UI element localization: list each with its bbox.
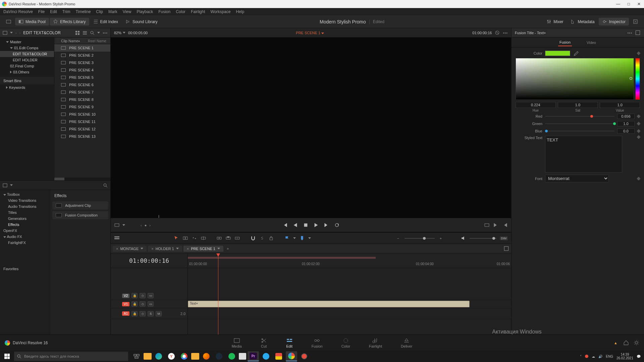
fullscreen-viewer-button[interactable] [3,18,14,25]
go-first-button[interactable] [282,222,288,228]
menu-item[interactable]: Mark [108,9,117,14]
clip-row[interactable]: PRE SCENE 2 [54,52,110,59]
track-v2[interactable] [188,292,511,300]
viewer-mode-button[interactable] [114,222,120,228]
video-transitions[interactable]: Video Transitions [0,197,50,203]
taskbar-app-explorer[interactable] [144,353,152,360]
play-button[interactable] [313,222,319,228]
menu-item[interactable]: Edit [50,9,57,14]
tab-fusion[interactable]: Fusion [558,39,572,46]
tray-onedrive-icon[interactable]: ☁ [592,355,595,358]
keyframe-diamond[interactable] [637,114,640,118]
marker-icon[interactable]: ● [145,223,147,227]
clip-row[interactable]: PRE SCENE 10 [54,111,110,118]
viewer-scrubber[interactable] [111,215,511,218]
hue-input[interactable] [516,102,556,108]
bin-edit-comps[interactable]: 01.Edit Comps [0,45,54,51]
color-swatch[interactable] [545,51,570,56]
red-value[interactable]: 0.656 [617,114,635,119]
bypass-icon[interactable] [494,30,500,36]
metadata-toggle[interactable]: Metadata [568,18,598,25]
effect-fusion-composition[interactable]: Fusion Composition [52,211,108,219]
clip-row[interactable]: PRE SCENE 4 [54,66,110,74]
mute-icon[interactable] [461,235,466,241]
arrow-tool[interactable] [173,235,179,241]
panel-dropdown-icon[interactable] [10,184,13,186]
timeline-tab-holder[interactable]: ×HOLDER 1 [148,246,182,252]
go-start-button[interactable] [502,222,508,228]
taskbar-app-resolve[interactable] [286,351,297,361]
match-frame-button[interactable] [484,222,490,228]
search-icon[interactable] [103,183,108,188]
favorites-node[interactable]: Favorites [0,266,50,272]
timeline-clip-text[interactable]: Text+ [188,301,470,307]
bin-others[interactable]: 03.Others [0,69,54,75]
page-deliver[interactable]: Deliver [398,337,415,349]
go-last-button[interactable] [324,222,329,228]
tray-clock[interactable]: 14:39 26.02.2021 [616,353,633,360]
audiofx-node[interactable]: Audio FX [0,234,50,240]
taskbar-app-telegram[interactable] [260,351,272,361]
clip-row[interactable]: PRE SCENE 3 [54,59,110,66]
menu-item[interactable]: Clip [96,9,103,14]
menu-item[interactable]: Playback [137,9,153,14]
timeline-timecode[interactable]: 01:00:00:16 [111,253,187,268]
taskbar-app-premiere[interactable]: Pr [248,351,259,361]
link-toggle[interactable] [259,235,265,241]
clip-row[interactable]: PRE SCENE 1 [54,44,110,52]
taskbar-app-record[interactable] [299,351,310,361]
track-enable[interactable]: ▭ [148,301,154,307]
track-label-v1[interactable]: V1 [122,302,129,306]
timeline-canvas[interactable]: 01:00:00:00 01:00:02:00 01:00:04:00 01:0… [188,253,511,335]
track-enable[interactable]: ▭ [148,293,154,298]
timeline-view-options[interactable] [114,235,120,241]
zoom-level[interactable]: 82% [114,31,125,35]
taskbar-app-chrome[interactable] [178,351,190,361]
playhead[interactable] [218,253,218,335]
next-marker-icon[interactable]: › [149,223,151,227]
loop-button[interactable] [334,222,340,228]
hue-slider[interactable] [635,58,640,100]
tray-notifications-icon[interactable]: 💬 [637,355,641,358]
close-tab-icon[interactable]: × [151,247,153,251]
track-header-a1[interactable]: A1 🔒 ◇ S M 2.0 [111,308,187,319]
stop-button[interactable] [303,222,309,228]
volume-slider[interactable] [470,238,496,239]
tab-video[interactable]: Video [585,39,597,46]
col-clip-name[interactable]: Clip Name [61,39,78,43]
toolbox-node[interactable]: Toolbox [0,191,50,197]
keyframe-diamond[interactable] [637,129,640,133]
inspector-expand-icon[interactable] [635,30,641,36]
menu-item[interactable]: DaVinci Resolve [3,9,33,14]
menu-item[interactable]: Workspace [211,9,231,14]
track-label-a1[interactable]: A1 [122,311,129,316]
clip-row[interactable]: PRE SCENE 12 [54,125,110,133]
keyframe-diamond[interactable] [637,135,640,139]
menu-item[interactable]: Help [236,9,244,14]
flag-button[interactable] [284,235,290,241]
track-auto-select[interactable]: ◇ [140,293,146,298]
track-label-v2[interactable]: V2 [122,294,129,298]
window-maximize-button[interactable]: □ [626,2,631,6]
track-lock-icon[interactable]: 🔒 [131,301,138,307]
keyframe-diamond[interactable] [637,122,640,125]
keyframe-diamond[interactable] [637,51,640,55]
track-header-v2[interactable]: V2 🔒 ◇ ▭ [111,292,187,300]
track-v1[interactable]: Text+ [188,300,511,308]
col-reel-name[interactable]: Reel Name [88,39,106,43]
track-header-v1[interactable]: V1 🔒 ◇ ▭ [111,300,187,308]
font-select[interactable]: Montserrat [545,175,609,182]
bin-edit-holder[interactable]: EDIT HOLDER [0,57,54,63]
tray-language[interactable]: ENG [606,355,613,358]
taskbar-app-notes[interactable] [239,353,246,360]
track-auto-select[interactable]: ◇ [140,301,146,307]
color-sv-picker[interactable] [516,58,634,100]
page-fairlight[interactable]: Fairlight [366,337,385,349]
menu-item[interactable]: Color [176,9,185,14]
nav-fwd-button[interactable]: › [19,31,21,35]
taskbar-app-yandex[interactable]: Y [166,351,177,361]
snapping-toggle[interactable] [250,235,256,241]
clip-row[interactable]: PRE SCENE 6 [54,81,110,88]
viewer-options-icon[interactable]: ••• [503,31,508,35]
prev-marker-icon[interactable]: ‹ [141,223,142,227]
